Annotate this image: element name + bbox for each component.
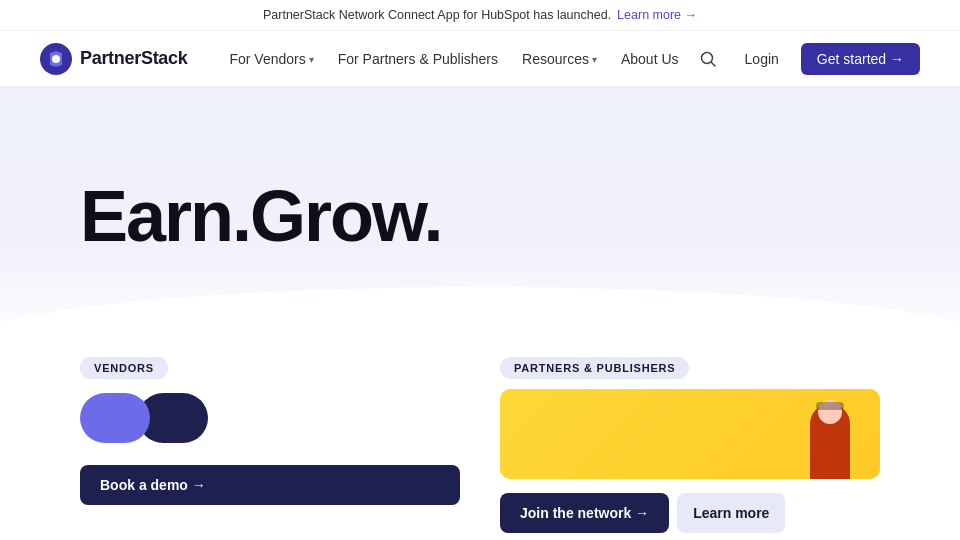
announcement-link[interactable]: Learn more →	[617, 8, 697, 22]
search-button[interactable]	[693, 44, 723, 74]
partners-card: PARTNERS & PUBLISHERS Join the network →…	[500, 357, 880, 533]
vendors-visual	[80, 393, 460, 443]
hero-title: Earn.Grow.	[80, 179, 441, 255]
oval-left	[80, 393, 150, 443]
search-icon	[699, 50, 717, 68]
svg-line-3	[711, 62, 715, 66]
hero-section: Earn.Grow.	[0, 87, 960, 347]
nav-item-vendors[interactable]: For Vendors ▾	[219, 45, 323, 73]
logo[interactable]: PartnerStack	[40, 43, 187, 75]
person-glasses	[816, 402, 844, 410]
vendors-card: VENDORS Book a demo →	[80, 357, 460, 533]
logo-text: PartnerStack	[80, 48, 187, 69]
svg-point-1	[52, 55, 60, 63]
partners-cta-row: Join the network → Learn more	[500, 489, 880, 533]
get-started-button[interactable]: Get started →	[801, 43, 920, 75]
partners-badge: PARTNERS & PUBLISHERS	[500, 357, 689, 379]
main-nav: PartnerStack For Vendors ▾ For Partners …	[0, 31, 960, 87]
partners-image	[500, 389, 880, 479]
svg-point-2	[701, 52, 712, 63]
login-button[interactable]: Login	[735, 45, 789, 73]
vendors-badge: VENDORS	[80, 357, 168, 379]
nav-links: For Vendors ▾ For Partners & Publishers …	[219, 45, 692, 73]
book-demo-button[interactable]: Book a demo →	[80, 465, 460, 505]
announcement-bar: PartnerStack Network Connect App for Hub…	[0, 0, 960, 31]
nav-item-about[interactable]: About Us	[611, 45, 689, 73]
join-network-button[interactable]: Join the network →	[500, 493, 669, 533]
nav-right: Login Get started →	[693, 43, 920, 75]
chevron-down-icon: ▾	[309, 54, 314, 65]
nav-item-partners[interactable]: For Partners & Publishers	[328, 45, 508, 73]
learn-more-button[interactable]: Learn more	[677, 493, 785, 533]
announcement-text: PartnerStack Network Connect App for Hub…	[263, 8, 611, 22]
nav-item-resources[interactable]: Resources ▾	[512, 45, 607, 73]
chevron-down-icon: ▾	[592, 54, 597, 65]
logo-icon	[40, 43, 72, 75]
